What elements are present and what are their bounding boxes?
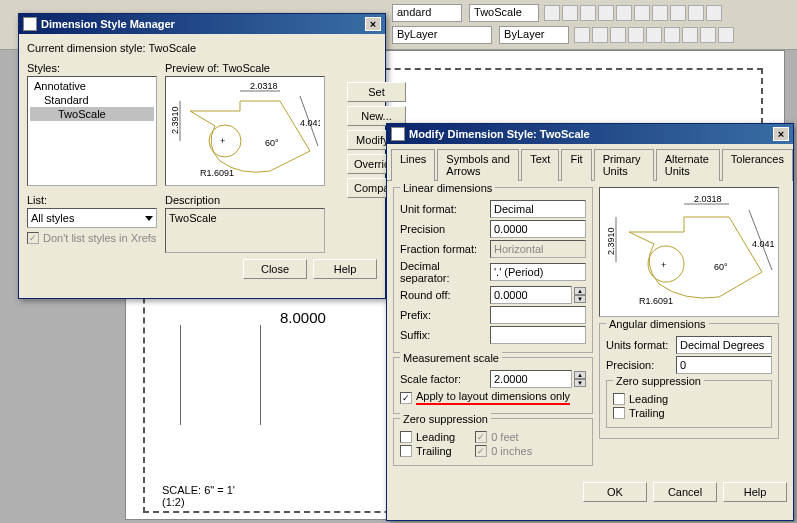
- tab-fit[interactable]: Fit: [561, 149, 591, 181]
- toolbar-icon[interactable]: [670, 5, 686, 21]
- suffix-input[interactable]: [490, 326, 586, 344]
- combo-bylayer2[interactable]: ByLayer: [499, 26, 569, 44]
- preview-box: 2.0318 2.3910 4.0415 60° R1.6091 +: [599, 187, 779, 317]
- unit-format-select[interactable]: Decimal: [490, 200, 586, 218]
- svg-text:60°: 60°: [714, 262, 728, 272]
- inches-label: 0 inches: [491, 445, 532, 457]
- leading-label: Leading: [416, 431, 455, 443]
- fraction-format-label: Fraction format:: [400, 243, 490, 255]
- scale-factor-label: Scale factor:: [400, 373, 490, 385]
- toolbar-icon[interactable]: [634, 5, 650, 21]
- style-item[interactable]: Standard: [30, 93, 154, 107]
- tab-alternate-units[interactable]: Alternate Units: [656, 149, 720, 181]
- angular-precision-label: Precision:: [606, 359, 676, 371]
- angular-precision-select[interactable]: 0: [676, 356, 772, 374]
- dimension-style-manager-dialog: Dimension Style Manager × Current dimens…: [18, 13, 386, 299]
- dimension-line: [180, 325, 181, 425]
- close-icon[interactable]: ×: [365, 17, 381, 31]
- style-item-selected[interactable]: TwoScale: [30, 107, 154, 121]
- feet-checkbox: ✓: [475, 431, 487, 443]
- tab-primary-units[interactable]: Primary Units: [594, 149, 654, 181]
- tab-lines[interactable]: Lines: [391, 149, 435, 181]
- dont-list-checkbox: ✓: [27, 232, 39, 244]
- zero-suppression-group: Zero suppression Leading Trailing ✓0 fee…: [393, 418, 593, 466]
- set-current-button[interactable]: Set Current: [347, 82, 406, 102]
- app-icon: [23, 17, 37, 31]
- toolbar-icon[interactable]: [682, 27, 698, 43]
- dimension-value: 8.0000: [280, 309, 326, 326]
- precision-label: Precision: [400, 223, 490, 235]
- angular-units-label: Units format:: [606, 339, 676, 351]
- current-style-label: Current dimension style: TwoScale: [27, 42, 377, 54]
- cancel-button[interactable]: Cancel: [653, 482, 717, 502]
- ok-button[interactable]: OK: [583, 482, 647, 502]
- close-icon[interactable]: ×: [773, 127, 789, 141]
- help-button[interactable]: Help: [723, 482, 787, 502]
- trailing-checkbox[interactable]: [400, 445, 412, 457]
- prefix-label: Prefix:: [400, 309, 490, 321]
- toolbar-icon[interactable]: [610, 27, 626, 43]
- tab-symbols[interactable]: Symbols and Arrows: [437, 149, 519, 181]
- chevron-down-icon: [145, 216, 153, 221]
- toolbar-icon[interactable]: [688, 5, 704, 21]
- apply-layout-label: Apply to layout dimensions only: [416, 390, 570, 405]
- toolbar-icon[interactable]: [664, 27, 680, 43]
- suffix-label: Suffix:: [400, 329, 490, 341]
- description-box: TwoScale: [165, 208, 325, 253]
- help-button[interactable]: Help: [313, 259, 377, 279]
- mds-titlebar[interactable]: Modify Dimension Style: TwoScale ×: [387, 124, 793, 144]
- dont-list-label: Don't list styles in Xrefs: [43, 232, 156, 244]
- tab-text[interactable]: Text: [521, 149, 559, 181]
- precision-select[interactable]: 0.0000: [490, 220, 586, 238]
- toolbar-icon[interactable]: [580, 5, 596, 21]
- style-item[interactable]: Annotative: [30, 79, 154, 93]
- inches-checkbox: ✓: [475, 445, 487, 457]
- toolbar-icon[interactable]: [562, 5, 578, 21]
- toolbar-icon[interactable]: [592, 27, 608, 43]
- close-button[interactable]: Close: [243, 259, 307, 279]
- combo-bylayer1[interactable]: ByLayer: [392, 26, 492, 44]
- linear-dimensions-group: Linear dimensions Unit format: Decimal P…: [393, 187, 593, 353]
- toolbar-icon[interactable]: [616, 5, 632, 21]
- svg-text:2.3910: 2.3910: [606, 227, 616, 255]
- combo-twoscale[interactable]: TwoScale: [469, 4, 539, 22]
- svg-text:2.0318: 2.0318: [250, 81, 278, 91]
- scale-factor-input[interactable]: 2.0000: [490, 370, 572, 388]
- toolbar-icon[interactable]: [718, 27, 734, 43]
- round-off-input[interactable]: 0.0000: [490, 286, 572, 304]
- combo-standard[interactable]: andard: [392, 4, 462, 22]
- dsm-titlebar[interactable]: Dimension Style Manager ×: [19, 14, 385, 34]
- svg-text:+: +: [661, 260, 666, 270]
- angular-leading-checkbox[interactable]: [613, 393, 625, 405]
- feet-label: 0 feet: [491, 431, 519, 443]
- tab-tolerances[interactable]: Tolerances: [722, 149, 793, 181]
- toolbar-icon[interactable]: [700, 27, 716, 43]
- toolbar-icon[interactable]: [646, 27, 662, 43]
- toolbar-icon[interactable]: [628, 27, 644, 43]
- scale-factor-spinner[interactable]: ▲▼: [574, 371, 586, 387]
- toolbar-icon[interactable]: [598, 5, 614, 21]
- angular-trailing-checkbox[interactable]: [613, 407, 625, 419]
- toolbar-icon[interactable]: [706, 5, 722, 21]
- list-combo[interactable]: All styles: [27, 208, 157, 228]
- toolbar-icon[interactable]: [652, 5, 668, 21]
- angular-units-select[interactable]: Decimal Degrees: [676, 336, 772, 354]
- measurement-scale-group: Measurement scale Scale factor: 2.0000 ▲…: [393, 357, 593, 414]
- styles-listbox[interactable]: Annotative Standard TwoScale: [27, 76, 157, 186]
- svg-text:60°: 60°: [265, 138, 279, 148]
- prefix-input[interactable]: [490, 306, 586, 324]
- trailing-label: Trailing: [416, 445, 452, 457]
- decimal-separator-label: Decimal separator:: [400, 260, 490, 284]
- svg-text:R1.6091: R1.6091: [200, 168, 234, 178]
- decimal-separator-select[interactable]: '.' (Period): [490, 263, 586, 281]
- toolbar-icon[interactable]: [544, 5, 560, 21]
- toolbar-icon[interactable]: [574, 27, 590, 43]
- round-off-spinner[interactable]: ▲▼: [574, 287, 586, 303]
- mds-title: Modify Dimension Style: TwoScale: [409, 128, 590, 140]
- preview-label: Preview of: TwoScale: [165, 62, 325, 74]
- angular-zero-group: Zero suppression Leading Trailing: [606, 380, 772, 428]
- leading-checkbox[interactable]: [400, 431, 412, 443]
- angular-dimensions-group: Angular dimensions Units format: Decimal…: [599, 323, 779, 439]
- apply-layout-checkbox[interactable]: ✓: [400, 392, 412, 404]
- list-label: List:: [27, 194, 157, 206]
